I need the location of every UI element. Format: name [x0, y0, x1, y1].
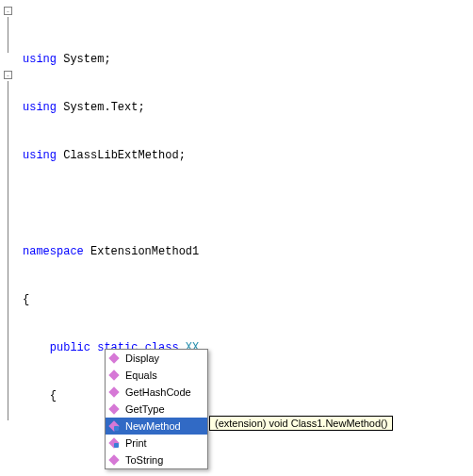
outline-line [8, 17, 8, 53]
intellisense-label: NewMethod [125, 420, 181, 432]
code-line [23, 436, 473, 452]
code-line: using System; [23, 52, 473, 68]
intellisense-popup[interactable]: Display Equals GetHashCode GetType NewMe… [105, 349, 208, 469]
intellisense-item-equals[interactable]: Equals [106, 367, 207, 384]
outline-gutter: - - [2, 4, 15, 476]
intellisense-label: ToString [125, 454, 163, 466]
code-line: { [23, 292, 473, 308]
intellisense-label: GetType [125, 403, 165, 415]
code-line: namespace ExtensionMethod1 [23, 244, 473, 260]
method-icon [108, 369, 122, 382]
intellisense-item-print[interactable]: Print [106, 435, 207, 451]
outline-line [8, 81, 8, 420]
code-line: { [23, 388, 473, 404]
intellisense-label: Display [125, 353, 159, 364]
extension-method-icon [108, 419, 122, 433]
method-icon [108, 386, 122, 399]
collapse-toggle[interactable]: - [4, 7, 12, 15]
intellisense-label: GetHashCode [125, 386, 191, 398]
intellisense-item-gethashcode[interactable]: GetHashCode [106, 384, 207, 401]
intellisense-item-tostring[interactable]: ToString [106, 451, 207, 468]
code-line: using ClassLibExtMethod; [23, 148, 473, 164]
method-icon [108, 453, 122, 467]
intellisense-item-gettype[interactable]: GetType [106, 401, 207, 418]
code-line: public static class XX [23, 340, 473, 356]
intellisense-label: Print [125, 437, 147, 449]
intellisense-item-newmethod[interactable]: NewMethod [106, 418, 207, 435]
method-icon [108, 352, 122, 365]
code-editor[interactable]: - - using System; using System.Text; usi… [0, 0, 473, 476]
code-line [23, 196, 473, 212]
intellisense-item-display[interactable]: Display [106, 350, 207, 367]
method-icon [108, 402, 122, 416]
code-line: using System.Text; [23, 100, 473, 116]
collapse-toggle[interactable]: - [4, 71, 12, 79]
extension-method-icon [108, 436, 122, 450]
intellisense-label: Equals [125, 369, 157, 381]
intellisense-tooltip: (extension) void Class1.NewMethod() [209, 416, 393, 431]
